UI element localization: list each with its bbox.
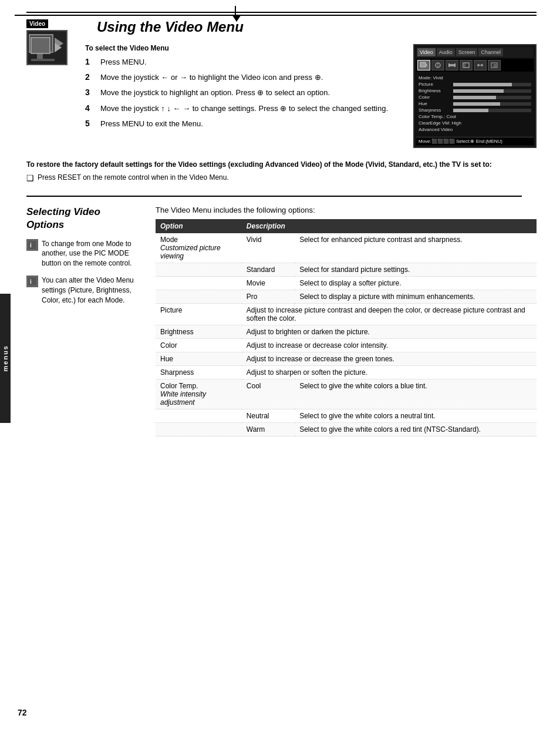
tv-bar-color <box>453 96 531 99</box>
option-cell-color: Color <box>156 339 242 352</box>
step-text-5: Press MENU to exit the Menu. <box>100 119 203 129</box>
table-row: Picture Adjust to increase picture contr… <box>156 304 537 325</box>
tv-setting-picture: Picture <box>419 82 531 87</box>
step-number-1: 1 <box>85 57 96 66</box>
tv-bottom-text: Move:⬛⬛⬛⬛ Select:⊕ End:(MENU) <box>419 139 502 144</box>
tip-icon-1: i <box>26 239 38 251</box>
tv-icon-row: ⚙ <box>416 59 534 72</box>
svg-rect-3 <box>37 54 43 59</box>
svg-point-15 <box>481 64 483 66</box>
tip-box-2: i You can alter the Video Menu settings … <box>26 276 144 305</box>
suboption-cell-standard: Standard <box>242 263 295 277</box>
left-sidebar: menus <box>0 294 11 423</box>
suboption-cell-movie: Movie <box>242 277 295 290</box>
step-number-2: 2 <box>85 72 96 82</box>
left-panel: Selecting Video Options i To change from… <box>26 206 144 436</box>
tv-setting-mode: Mode: Vivid <box>419 75 531 80</box>
option-cell-hue: Hue <box>156 352 242 366</box>
restore-note-item: ❑ Press RESET on the remote control when… <box>26 173 537 184</box>
svg-rect-21 <box>28 277 37 286</box>
tv-menu-bar: Video Audio Screen Channel <box>416 47 534 58</box>
step-text-2: Move the joystick ← or → to highlight th… <box>100 72 323 83</box>
svg-text:i: i <box>30 242 32 248</box>
suboption-cell-cool: Cool <box>242 379 295 409</box>
step-1: 1 Press MENU. <box>85 57 402 68</box>
step-number-5: 5 <box>85 119 96 128</box>
tv-label-color: Color <box>419 95 451 100</box>
svg-marker-2 <box>55 38 63 49</box>
option-cell-empty3 <box>156 290 242 304</box>
top-section: Video Using the Video Menu To select the… <box>26 12 537 148</box>
step-text-1: Press MENU. <box>100 57 147 68</box>
top-border-line <box>15 15 537 16</box>
table-header-row: Option Description <box>156 219 537 233</box>
options-area: The Video Menu includes the following op… <box>156 206 537 436</box>
tv-label-advanced: Advanced Video <box>419 127 453 132</box>
table-row: Standard Select for standard picture set… <box>156 263 537 277</box>
svg-text:⚙: ⚙ <box>493 63 497 68</box>
desc-cell-standard: Select for standard picture settings. <box>295 263 537 277</box>
option-cell-brightness: Brightness <box>156 325 242 339</box>
tv-icon-4 <box>460 60 473 70</box>
tv-icon-2 <box>431 60 444 70</box>
video-badge: Video <box>26 19 48 28</box>
table-row: Sharpness Adjust to sharpen or soften th… <box>156 366 537 379</box>
tv-tab-channel: Channel <box>478 48 503 56</box>
tv-icon-6: ⚙ <box>488 60 501 70</box>
desc-cell-vivid: Select for enhanced picture contrast and… <box>295 233 537 263</box>
restore-note-text: Press RESET on the remote control when i… <box>38 173 229 184</box>
option-cell-colortemp: Color Temp.White intensity adjustment <box>156 379 242 409</box>
tip-icon-2: i <box>26 276 38 287</box>
desc-cell-neutral: Select to give the white colors a neutra… <box>295 409 537 423</box>
tv-setting-advanced: Advanced Video <box>419 127 531 132</box>
tv-settings-list: Mode: Vivid Picture Brightness Color <box>416 73 534 136</box>
option-cell-empty2 <box>156 277 242 290</box>
tv-tab-screen: Screen <box>456 48 478 56</box>
option-cell-empty5 <box>156 423 242 436</box>
options-intro: The Video Menu includes the following op… <box>156 206 537 214</box>
step-list: 1 Press MENU. 2 Move the joystick ← or →… <box>85 57 402 129</box>
desc-cell-warm: Select to give the white colors a red ti… <box>295 423 537 436</box>
option-italic-colortemp: White intensity adjustment <box>160 390 206 407</box>
step-2: 2 Move the joystick ← or → to highlight … <box>85 72 402 83</box>
page-container: menus Video Using the Video Menu <box>0 0 560 729</box>
section-divider <box>26 196 522 197</box>
step-5: 5 Press MENU to exit the Menu. <box>85 119 402 129</box>
table-row: Color Temp.White intensity adjustment Co… <box>156 379 537 409</box>
svg-rect-0 <box>29 35 53 52</box>
suboption-cell-neutral: Neutral <box>242 409 295 423</box>
video-icon-image <box>26 30 68 65</box>
tv-icon-5 <box>474 60 487 70</box>
svg-rect-10 <box>448 63 450 67</box>
options-table: Option Description ModeCustomized pictur… <box>156 219 537 436</box>
main-content: Using the Video Menu To select the Video… <box>85 19 537 148</box>
tv-label-colortemp: Color Temp.: Cool <box>419 114 456 119</box>
step-text-3: Move the joystick to highlight an option… <box>100 88 330 98</box>
desc-cell-cool: Select to give the white colors a blue t… <box>295 379 537 409</box>
svg-rect-11 <box>454 63 456 67</box>
tv-setting-colortemp: Color Temp.: Cool <box>419 114 531 119</box>
tv-bar-sharpness <box>453 109 531 112</box>
svg-marker-6 <box>426 63 427 67</box>
section-heading: Selecting Video Options <box>26 206 144 231</box>
desc-cell-color: Adjust to increase or decrease color int… <box>242 339 537 352</box>
video-icon-block: Video <box>26 19 73 148</box>
bottom-section: Selecting Video Options i To change from… <box>26 206 537 436</box>
svg-point-14 <box>477 64 480 66</box>
table-row: Movie Select to display a softer picture… <box>156 277 537 290</box>
tip-svg-1: i <box>27 240 38 250</box>
svg-rect-9 <box>449 64 455 66</box>
content-with-screenshot: To select the Video Menu 1 Press MENU. 2… <box>85 44 537 148</box>
desc-cell-movie: Select to display a softer picture. <box>295 277 537 290</box>
desc-cell-hue: Adjust to increase or decrease the green… <box>242 352 537 366</box>
option-italic-mode: Customized picture viewing <box>160 244 221 260</box>
desc-cell-picture: Adjust to increase picture contrast and … <box>242 304 537 325</box>
tv-setting-sharpness: Sharpness <box>419 107 531 113</box>
tv-label-mode: Mode: Vivid <box>419 75 451 80</box>
desc-cell-brightness: Adjust to brighten or darken the picture… <box>242 325 537 339</box>
tv-setting-clearedge: ClearEdge VM: High <box>419 120 531 126</box>
tv-tab-video: Video <box>417 48 436 56</box>
svg-rect-1 <box>31 36 51 51</box>
table-row: Color Adjust to increase or decrease col… <box>156 339 537 352</box>
desc-cell-sharpness: Adjust to sharpen or soften the picture. <box>242 366 537 379</box>
